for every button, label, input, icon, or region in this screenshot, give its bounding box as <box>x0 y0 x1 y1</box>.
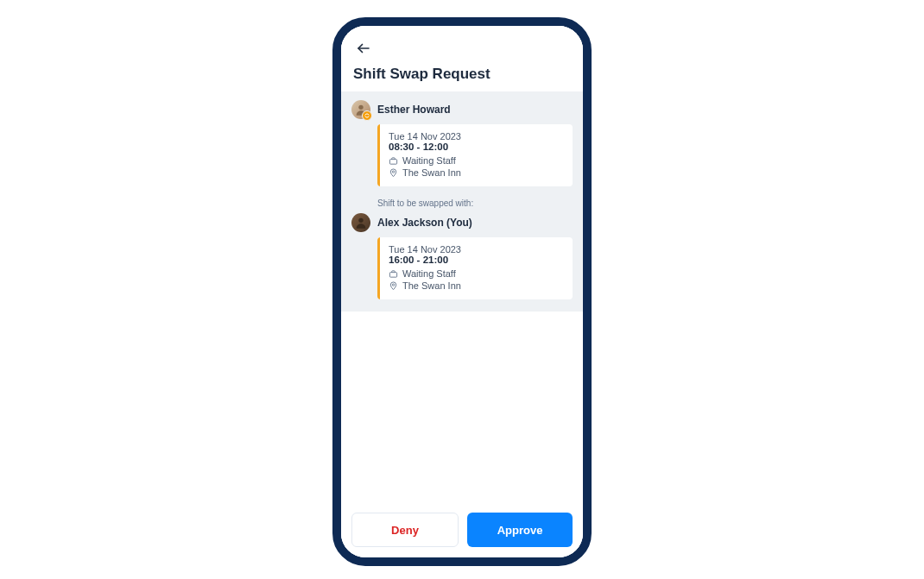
shift-date: Tue 14 Nov 2023 <box>389 131 564 142</box>
target-avatar <box>351 213 370 232</box>
requester-avatar <box>351 100 370 119</box>
shift-date: Tue 14 Nov 2023 <box>389 244 564 255</box>
content-spacer <box>341 312 583 504</box>
swap-details-section: Esther Howard Tue 14 Nov 2023 08:30 - 12… <box>341 91 583 312</box>
location-pin-icon <box>389 168 398 178</box>
swap-badge-icon <box>362 110 372 121</box>
svg-rect-5 <box>389 272 396 277</box>
shift-role: Waiting Staff <box>389 155 564 166</box>
briefcase-icon <box>389 156 398 166</box>
approve-button[interactable]: Approve <box>467 513 573 547</box>
arrow-left-icon <box>356 41 371 56</box>
requester-shift-card: Tue 14 Nov 2023 08:30 - 12:00 Waiting St… <box>377 124 573 186</box>
deny-button[interactable]: Deny <box>351 513 459 547</box>
phone-frame: Shift Swap Request <box>332 17 592 566</box>
shift-time: 16:00 - 21:00 <box>389 255 564 265</box>
shift-time: 08:30 - 12:00 <box>389 142 564 152</box>
person-icon <box>354 216 368 230</box>
briefcase-icon <box>389 269 398 279</box>
target-row: Alex Jackson (You) <box>351 213 573 232</box>
svg-point-1 <box>358 105 363 110</box>
requester-row: Esther Howard <box>351 100 573 119</box>
page-title: Shift Swap Request <box>353 66 571 83</box>
shift-location: The Swan Inn <box>389 167 564 178</box>
svg-point-6 <box>392 283 394 285</box>
target-name: Alex Jackson (You) <box>377 217 472 229</box>
target-shift-card: Tue 14 Nov 2023 16:00 - 21:00 Waiting St… <box>377 237 573 299</box>
shift-role: Waiting Staff <box>389 268 564 279</box>
footer-actions: Deny Approve <box>341 504 583 557</box>
svg-rect-2 <box>389 159 396 164</box>
svg-point-4 <box>358 218 363 223</box>
swap-with-label: Shift to be swapped with: <box>377 198 573 208</box>
location-pin-icon <box>389 281 398 291</box>
requester-name: Esther Howard <box>377 104 451 116</box>
header: Shift Swap Request <box>341 26 583 91</box>
screen: Shift Swap Request <box>341 26 583 557</box>
svg-point-3 <box>392 170 394 172</box>
shift-location: The Swan Inn <box>389 280 564 291</box>
back-button[interactable] <box>353 38 374 59</box>
